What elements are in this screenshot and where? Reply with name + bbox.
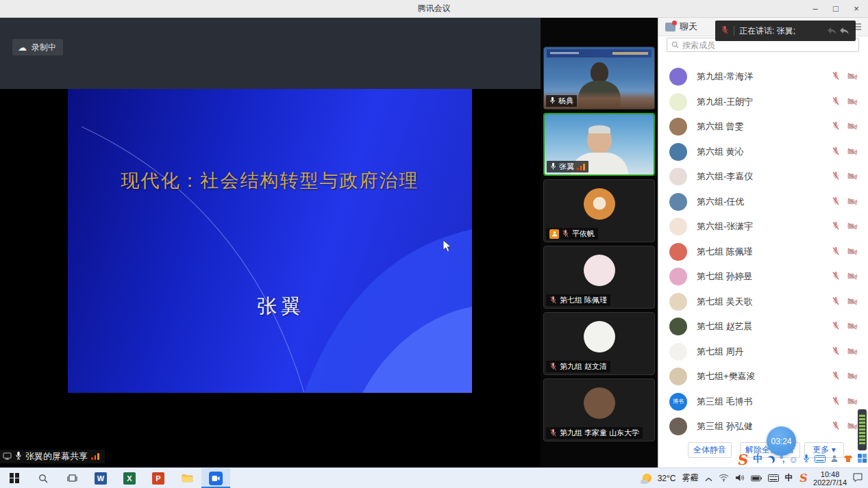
member-name: 第六组-任优 bbox=[697, 196, 832, 208]
taskbar-excel-button[interactable]: X bbox=[115, 468, 144, 488]
member-row[interactable]: 第九组-常海洋 bbox=[658, 64, 868, 90]
edge-toolbar-handle[interactable] bbox=[858, 409, 867, 450]
sogou-tray-icon[interactable]: S bbox=[798, 472, 808, 485]
speaker-icon[interactable] bbox=[735, 472, 745, 485]
ime-language-icon[interactable]: 中 bbox=[753, 453, 762, 465]
taskbar-explorer-button[interactable] bbox=[173, 468, 201, 488]
video-thumbnail-column: 杨典 张翼 平依帆 bbox=[541, 18, 658, 467]
taskbar-word-button[interactable]: W bbox=[86, 468, 115, 488]
camera-muted-icon bbox=[847, 346, 858, 358]
mic-muted-icon bbox=[832, 120, 840, 133]
volume-bars-icon bbox=[577, 164, 585, 170]
taskbar-meeting-button[interactable] bbox=[201, 468, 230, 488]
member-row[interactable]: 第六组-张潇宇 bbox=[658, 214, 868, 240]
taskbar-clock[interactable]: 10:48 2022/7/14 bbox=[813, 470, 847, 487]
start-button[interactable] bbox=[0, 468, 29, 488]
video-tile[interactable]: 第九组 李家童 山东大学 bbox=[543, 378, 655, 441]
member-name: 第六组 曾雯 bbox=[697, 120, 832, 133]
profile-icon[interactable] bbox=[830, 453, 839, 465]
wifi-icon[interactable] bbox=[719, 472, 729, 485]
share-label: 张翼的屏幕共享 bbox=[25, 450, 88, 463]
mic-on-icon bbox=[549, 95, 556, 107]
weather-description[interactable]: 雾霾 bbox=[682, 472, 699, 484]
mic-muted-icon bbox=[832, 96, 840, 108]
emoji-icon[interactable]: ☺ bbox=[789, 455, 797, 464]
member-name: 第三组 孙弘健 bbox=[697, 420, 832, 433]
video-tile[interactable]: 平依帆 bbox=[543, 179, 655, 242]
avatar bbox=[669, 143, 687, 161]
mic-muted-icon bbox=[721, 25, 729, 37]
soft-keyboard-icon[interactable] bbox=[815, 453, 826, 465]
member-row[interactable]: 第六组-任优 bbox=[658, 190, 868, 215]
mic-on-icon bbox=[550, 161, 556, 173]
member-row[interactable]: 第七组 吴天歌 bbox=[658, 290, 868, 315]
member-row[interactable]: 第六组 黄沁 bbox=[658, 140, 868, 165]
window-title: 腾讯会议 bbox=[418, 3, 451, 14]
weather-temperature[interactable]: 32°C bbox=[658, 474, 676, 483]
video-tile[interactable]: 第九组 赵文清 bbox=[543, 312, 655, 375]
member-list: 第九组-常海洋 第九组-王朗宁 bbox=[658, 64, 868, 440]
punctuation-icon[interactable]: °, bbox=[780, 454, 784, 464]
avatar bbox=[669, 193, 687, 211]
ime-toolbar: S 中 °, ☺ bbox=[738, 452, 867, 467]
avatar bbox=[669, 293, 687, 311]
mic-muted-icon bbox=[832, 246, 840, 258]
sogou-logo-icon[interactable]: S bbox=[737, 452, 749, 467]
video-tile[interactable]: 第七组 陈佩瑾 bbox=[543, 246, 655, 309]
member-row[interactable]: 第六组-李嘉仪 bbox=[658, 164, 868, 190]
task-view-button[interactable] bbox=[58, 468, 86, 488]
member-name: 第七组 孙婷昱 bbox=[697, 270, 832, 283]
taskbar-search-button[interactable] bbox=[29, 468, 58, 488]
action-center-icon[interactable] bbox=[853, 472, 863, 485]
tray-expand-icon[interactable] bbox=[705, 472, 712, 485]
search-input[interactable] bbox=[682, 40, 854, 50]
close-button[interactable]: × bbox=[846, 0, 867, 17]
touch-keyboard-icon[interactable] bbox=[768, 472, 779, 485]
skin-icon[interactable] bbox=[843, 453, 853, 465]
avatar bbox=[669, 168, 687, 185]
video-tile-active-speaker[interactable]: 张翼 bbox=[543, 113, 655, 176]
mic-muted-icon bbox=[562, 228, 569, 240]
member-row[interactable]: 第七组 赵艺晨 bbox=[658, 314, 868, 339]
volume-bars-icon bbox=[91, 453, 99, 460]
member-row[interactable]: 第七组 陈佩瑾 bbox=[658, 240, 868, 265]
camera-muted-icon bbox=[847, 396, 858, 408]
camera-muted-icon bbox=[847, 420, 858, 433]
mic-muted-icon bbox=[832, 346, 840, 358]
restore-button[interactable]: □ bbox=[826, 0, 846, 17]
member-row[interactable]: 第九组-王朗宁 bbox=[658, 90, 868, 115]
avatar bbox=[669, 243, 687, 261]
camera-muted-icon bbox=[847, 296, 858, 308]
ime-language-indicator[interactable]: 中 bbox=[785, 472, 793, 484]
moon-mode-icon[interactable] bbox=[767, 456, 775, 463]
weather-icon[interactable] bbox=[643, 474, 652, 483]
taskbar-powerpoint-button[interactable]: P bbox=[144, 468, 173, 488]
video-tile[interactable]: 杨典 bbox=[543, 47, 655, 110]
battery-icon[interactable] bbox=[751, 472, 762, 485]
avatar bbox=[669, 268, 687, 285]
voice-input-icon[interactable] bbox=[803, 453, 810, 465]
member-name: 第三组 毛博书 bbox=[697, 396, 832, 408]
toolbox-grid-icon[interactable] bbox=[858, 453, 867, 465]
member-row[interactable]: 第七组+樊嘉浚 bbox=[658, 364, 868, 389]
avatar bbox=[669, 318, 687, 335]
member-row[interactable]: 第七组 孙婷昱 bbox=[658, 264, 868, 290]
mic-muted-icon bbox=[832, 146, 840, 158]
camera-muted-icon bbox=[847, 96, 858, 108]
mic-muted-icon bbox=[832, 296, 840, 308]
presentation-slide: 现代化：社会结构转型与政府治理 张翼 bbox=[68, 89, 472, 393]
camera-muted-icon bbox=[847, 146, 858, 158]
avatar bbox=[669, 118, 687, 136]
chat-panel: 聊天 正在讲话: 张翼; 第九组-常海洋 bbox=[658, 18, 868, 467]
member-row[interactable]: 第六组 曾雯 bbox=[658, 114, 868, 140]
minimize-button[interactable]: – bbox=[805, 0, 826, 17]
video-name-label: 第九组 李家童 山东大学 bbox=[546, 427, 643, 439]
tab-chat[interactable]: 聊天 bbox=[665, 21, 697, 33]
member-name: 第六组-张潇宇 bbox=[697, 220, 832, 233]
camera-muted-icon bbox=[847, 370, 858, 383]
banner-arrow-icons[interactable] bbox=[827, 27, 850, 35]
member-row[interactable]: 第三组 孙弘健 bbox=[658, 414, 868, 439]
mute-all-button[interactable]: 全体静音 bbox=[688, 442, 732, 458]
member-row[interactable]: 第七组 周丹 bbox=[658, 339, 868, 365]
member-row[interactable]: 博书 第三组 毛博书 bbox=[658, 389, 868, 415]
